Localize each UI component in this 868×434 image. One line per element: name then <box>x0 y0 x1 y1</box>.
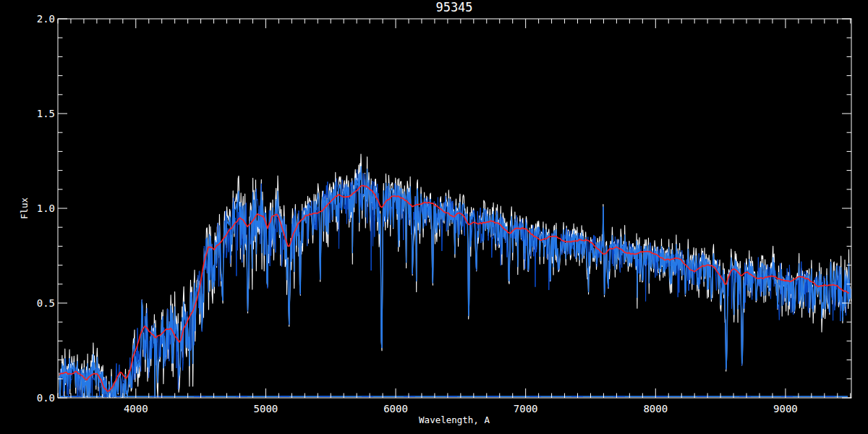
y-tick-label: 2.0 <box>37 13 55 25</box>
plot-title: 95345 <box>435 0 472 14</box>
y-tick-label: 1.5 <box>37 108 55 119</box>
x-tick-label: 7000 <box>514 403 538 414</box>
y-tick-label: 1.0 <box>37 203 55 214</box>
x-tick-label: 5000 <box>254 403 278 414</box>
x-tick-label: 8000 <box>643 403 668 414</box>
x-axis-title: Wavelength, A <box>419 414 490 425</box>
x-tick-label: 9000 <box>773 403 798 414</box>
spectrum-series-group <box>59 154 851 397</box>
y-axis-title: Flux <box>19 197 30 219</box>
spectrum-viewer-window: 4000500060007000800090000.00.51.01.52.0 … <box>0 0 868 434</box>
x-tick-label: 4000 <box>124 403 148 414</box>
spectrum-plot: 4000500060007000800090000.00.51.01.52.0 … <box>0 0 868 434</box>
series-spectrum-dark-blue <box>59 169 851 397</box>
y-tick-label: 0.5 <box>37 297 55 309</box>
x-tick-label: 6000 <box>383 403 408 414</box>
y-tick-label: 0.0 <box>37 392 55 404</box>
